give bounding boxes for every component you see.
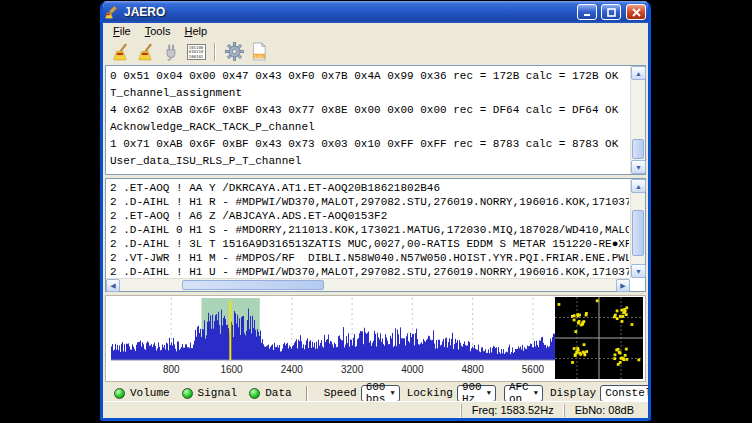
volume-led-icon xyxy=(114,388,125,399)
afc-select[interactable]: AFC on ▼ xyxy=(504,385,543,402)
toolbar-separator xyxy=(214,43,216,61)
broom-icon xyxy=(112,43,130,61)
log-line: 2 .VT-JWR ! H1 M - #MDPOS/RF DIBLI.N58W0… xyxy=(110,251,626,265)
svg-text:4000: 4000 xyxy=(401,364,424,375)
plug-icon xyxy=(162,43,180,61)
log-line: 2 .D-AIHL 0 H1 S - #MDORRY,211013.KOK,17… xyxy=(110,223,626,237)
signal-indicator: Signal xyxy=(182,387,238,399)
acars-hscrollbar[interactable]: ◀ ▶ xyxy=(106,278,630,291)
svg-text:4800: 4800 xyxy=(461,364,484,375)
svg-text:800: 800 xyxy=(163,364,180,375)
app-icon xyxy=(105,5,120,19)
svg-text:3200: 3200 xyxy=(341,364,364,375)
binary-icon: 101100 010110 100101 xyxy=(187,44,206,60)
log-line: 4 0x62 0xAB 0x6F 0xBF 0x43 0x77 0x8E 0x0… xyxy=(110,102,626,119)
close-icon xyxy=(632,8,641,17)
toolbar: 101100 010110 100101 xyxy=(103,39,648,64)
spectrum-panel: 800160024003200400048005600 xyxy=(105,295,646,382)
gear-icon xyxy=(225,42,244,61)
clear-first-output-button[interactable] xyxy=(110,41,132,62)
data-led-icon xyxy=(249,388,260,399)
acars-message-text: 2 .ET-AOQ ! AA Y /DKRCAYA.AT1.ET-AOQ20B1… xyxy=(107,180,629,277)
controls-bar: Volume Signal Data Speed 600 bps ▼ Locki… xyxy=(103,384,648,402)
log-line: 2 .ET-AOQ ! A6 Z /ABJCAYA.ADS.ET-AOQ0153… xyxy=(110,209,626,223)
chevron-down-icon: ▼ xyxy=(534,389,538,397)
volume-indicator: Volume xyxy=(114,387,170,399)
log-line: User_data_ISU_RLS_P_T_channel xyxy=(110,153,626,170)
speed-select[interactable]: 600 bps ▼ xyxy=(361,385,400,402)
data-label: Data xyxy=(265,387,291,399)
ebno-status: EbNo: 08dB xyxy=(564,404,644,417)
display-select[interactable]: Constellation ▼ xyxy=(600,385,651,402)
status-bar: Freq: 1583.52Hz EbNo: 08dB xyxy=(103,401,648,418)
chevron-down-icon: ▼ xyxy=(487,389,491,397)
log-file-button[interactable]: LOG xyxy=(248,41,270,62)
window-title: JAERO xyxy=(124,5,573,19)
scroll-down-arrow-icon[interactable]: ▼ xyxy=(631,264,646,278)
packet-output-text: 0 0x51 0x04 0x00 0x47 0x43 0xF0 0x7B 0x4… xyxy=(107,67,629,173)
speed-label: Speed xyxy=(324,387,357,399)
scrollbar-thumb[interactable] xyxy=(182,280,324,290)
log-line: Acknowledge_RACK_TACK_P_channel xyxy=(110,119,626,136)
log-line: 2 .D-AIHL ! 3L T 1516A9D316513ZATIS MUC,… xyxy=(110,237,626,251)
svg-text:1600: 1600 xyxy=(220,364,243,375)
constellation-display xyxy=(555,297,643,379)
packet-output-vscrollbar[interactable]: ▲ ▼ xyxy=(630,66,645,174)
scroll-up-arrow-icon[interactable]: ▲ xyxy=(631,66,646,80)
display-value: Constellation xyxy=(605,387,651,399)
locking-label: Locking xyxy=(407,387,453,399)
log-line: 2 .D-AIHL ! H1 U - #MDPWI/WD370,MALOT,29… xyxy=(110,265,626,277)
connect-audio-button[interactable] xyxy=(160,41,182,62)
log-line: 0 0x51 0x04 0x00 0x47 0x43 0xF0 0x7B 0x4… xyxy=(110,68,626,85)
menu-tools[interactable]: Tools xyxy=(138,24,178,39)
title-bar[interactable]: JAERO xyxy=(100,1,651,23)
settings-button[interactable] xyxy=(223,41,245,62)
menu-bar: File Tools Help xyxy=(103,23,648,39)
log-line: 2 .D-AIHL ! H1 R - #MDPWI/WD370,MALOT,29… xyxy=(110,195,626,209)
controls-separator xyxy=(306,386,308,401)
maximize-icon xyxy=(607,8,616,17)
close-button[interactable] xyxy=(626,4,646,20)
display-label: Display xyxy=(550,387,596,399)
jaero-window: JAERO File Tools Help xyxy=(100,1,651,421)
acars-vscrollbar[interactable]: ▲ ▼ xyxy=(630,179,645,278)
data-indicator: Data xyxy=(249,387,291,399)
log-line: 2 .ET-AOQ ! AA Y /DKRCAYA.AT1.ET-AOQ20B1… xyxy=(110,181,626,195)
signal-label: Signal xyxy=(198,387,238,399)
minimize-button[interactable] xyxy=(577,4,597,20)
locking-select[interactable]: 900 Hz ▼ xyxy=(457,385,496,402)
log-line: T_channel_assignment xyxy=(110,85,626,102)
volume-label: Volume xyxy=(130,387,170,399)
svg-text:5600: 5600 xyxy=(522,364,545,375)
scrollbar-thumb[interactable] xyxy=(632,139,644,159)
scroll-up-arrow-icon[interactable]: ▲ xyxy=(631,179,646,193)
freq-status: Freq: 1583.52Hz xyxy=(461,404,564,417)
scroll-down-arrow-icon[interactable]: ▼ xyxy=(631,160,646,174)
binary-line: 100101 xyxy=(188,55,205,60)
scroll-right-arrow-icon[interactable]: ▶ xyxy=(616,279,630,292)
scrollbar-thumb[interactable] xyxy=(632,210,644,256)
minimize-icon xyxy=(583,8,592,17)
chevron-down-icon: ▼ xyxy=(390,389,394,397)
broom-icon xyxy=(137,43,155,61)
signal-led-icon xyxy=(182,388,193,399)
maximize-button[interactable] xyxy=(601,4,621,20)
clear-second-output-button[interactable] xyxy=(135,41,157,62)
log-icon-label: LOG xyxy=(255,54,264,59)
acars-message-area[interactable]: 2 .ET-AOQ ! AA Y /DKRCAYA.AT1.ET-AOQ20B1… xyxy=(105,178,646,292)
packet-output-area[interactable]: 0 0x51 0x04 0x00 0x47 0x43 0xF0 0x7B 0x4… xyxy=(105,65,646,175)
menu-file[interactable]: File xyxy=(106,24,138,39)
log-file-icon: LOG xyxy=(250,42,268,61)
log-line: 1 0x71 0xAB 0x6F 0xBF 0x43 0x73 0x03 0x1… xyxy=(110,136,626,153)
menu-help[interactable]: Help xyxy=(177,24,214,39)
svg-text:2400: 2400 xyxy=(281,364,304,375)
spectrum-plot[interactable]: 800160024003200400048005600 xyxy=(111,298,557,378)
scroll-left-arrow-icon[interactable]: ◀ xyxy=(106,279,120,292)
binary-data-button[interactable]: 101100 010110 100101 xyxy=(185,41,207,62)
